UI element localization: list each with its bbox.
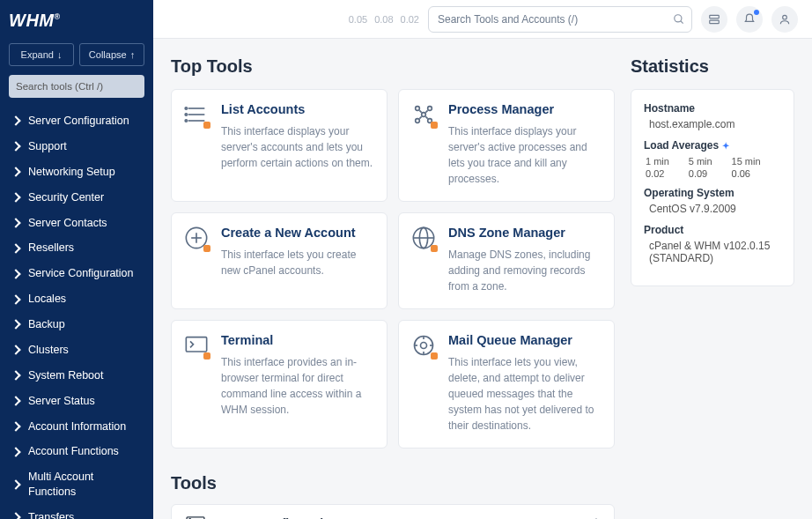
svg-rect-26	[186, 337, 206, 352]
svg-point-14	[428, 119, 432, 123]
tool-card-terminal[interactable]: TerminalThis interface provides an in-br…	[171, 320, 388, 449]
card-title: DNS Zone Manager	[448, 226, 602, 240]
card-icon	[411, 333, 436, 358]
tool-card-process-manager[interactable]: Process ManagerThis interface displays y…	[398, 89, 615, 202]
sidebar-item-locales[interactable]: Locales	[9, 286, 144, 312]
chevron-right-icon	[11, 116, 20, 126]
right-column: Statistics Hostname host.example.com Loa…	[631, 56, 794, 519]
tools-section: Tools Server Configuration WHMBasic WebH…	[171, 473, 615, 519]
sidebar-item-clusters[interactable]: Clusters	[9, 337, 144, 363]
sidebar-item-support[interactable]: Support	[9, 134, 144, 159]
svg-point-0	[675, 14, 682, 21]
card-icon	[184, 102, 209, 127]
sidebar-item-label: Server Status	[28, 394, 95, 409]
os-label: Operating System	[644, 187, 781, 199]
svg-line-17	[425, 110, 427, 112]
server-config-icon	[186, 515, 205, 519]
sidebar-item-label: Server Contacts	[28, 216, 107, 231]
sidebar-search-input[interactable]	[9, 75, 144, 98]
bell-icon[interactable]	[736, 6, 763, 33]
sidebar-item-label: Support	[28, 139, 67, 154]
sidebar-item-system-reboot[interactable]: System Reboot	[9, 363, 144, 389]
sidebar-item-security-center[interactable]: Security Center	[9, 185, 144, 211]
statistics-panel: Hostname host.example.com Load Averages …	[631, 89, 794, 286]
arrow-up-icon: ↑	[130, 49, 136, 60]
tool-card-list-accounts[interactable]: List AccountsThis interface displays you…	[171, 89, 388, 202]
os-value: CentOS v7.9.2009	[644, 203, 781, 215]
card-title: Terminal	[221, 333, 374, 347]
svg-line-1	[681, 20, 683, 23]
sidebar-nav: Server ConfigurationSupportNetworking Se…	[9, 108, 144, 519]
sidebar: WHM® Expand↓ Collapse↑ Server Configurat…	[0, 0, 153, 519]
hostname-label: Hostname	[644, 102, 781, 115]
svg-line-16	[419, 110, 421, 112]
statistics-heading: Statistics	[631, 56, 794, 77]
sidebar-item-backup[interactable]: Backup	[9, 312, 144, 337]
chevron-right-icon	[11, 513, 20, 519]
load-label: Load Averages ✦	[644, 139, 781, 152]
product-value: cPanel & WHM v102.0.15 (STANDARD)	[644, 240, 781, 264]
server-icon[interactable]	[701, 6, 727, 33]
sidebar-item-label: Account Functions	[28, 444, 119, 459]
accordion-header[interactable]: Server Configuration	[172, 505, 614, 519]
svg-point-10	[185, 120, 187, 122]
expand-button[interactable]: Expand↓	[9, 43, 74, 66]
tool-card-dns-zone-manager[interactable]: DNS Zone ManagerManage DNS zones, includ…	[398, 212, 615, 309]
search-input[interactable]	[428, 6, 692, 33]
chevron-right-icon	[11, 243, 20, 253]
card-desc: Manage DNS zones, including adding and r…	[448, 247, 602, 294]
sidebar-item-label: Account Information	[28, 419, 126, 434]
sidebar-item-service-configuration[interactable]: Service Configuration	[9, 261, 144, 286]
chevron-right-icon	[11, 447, 20, 456]
card-title: Create a New Account	[221, 226, 374, 240]
tool-card-create-a-new-account[interactable]: Create a New AccountThis interface lets …	[171, 212, 388, 309]
svg-point-8	[185, 108, 187, 109]
card-icon	[184, 226, 209, 250]
sidebar-item-account-functions[interactable]: Account Functions	[9, 439, 144, 464]
collapse-button[interactable]: Collapse↑	[79, 43, 144, 66]
sidebar-item-label: System Reboot	[28, 368, 103, 383]
user-icon[interactable]	[771, 6, 798, 33]
sidebar-item-label: Multi Account Functions	[28, 470, 143, 500]
content: Top Tools List AccountsThis interface di…	[153, 39, 812, 519]
card-desc: This interface lets you create new cPane…	[221, 247, 374, 278]
svg-line-18	[419, 116, 421, 118]
chevron-right-icon	[11, 218, 20, 227]
sidebar-item-networking-setup[interactable]: Networking Setup	[9, 159, 144, 185]
card-icon	[184, 333, 209, 358]
load-mini: 0.050.080.02	[349, 14, 419, 25]
chevron-right-icon	[11, 479, 20, 489]
topbar: 0.050.080.02	[153, 0, 812, 39]
tool-card-mail-queue-manager[interactable]: Mail Queue ManagerThis interface lets yo…	[398, 320, 615, 449]
svg-point-13	[416, 119, 420, 123]
sidebar-item-transfers[interactable]: Transfers	[9, 505, 144, 519]
sidebar-item-server-status[interactable]: Server Status	[9, 389, 144, 414]
card-icon	[411, 102, 436, 127]
arrow-down-icon: ↓	[57, 49, 63, 60]
svg-point-12	[428, 107, 432, 111]
chevron-right-icon	[11, 320, 20, 330]
card-desc: This interface provides an in-browser te…	[221, 354, 374, 418]
sidebar-item-resellers[interactable]: Resellers	[9, 235, 144, 261]
card-desc: This interface displays your server's ac…	[448, 123, 602, 187]
sidebar-item-label: Backup	[28, 317, 65, 332]
chevron-right-icon	[11, 371, 20, 381]
chevron-right-icon	[11, 345, 20, 355]
sidebar-item-label: Security Center	[28, 190, 104, 205]
tools-accordion: Server Configuration WHMBasic WebHost Ma…	[171, 504, 615, 519]
search-icon	[673, 13, 685, 26]
svg-rect-2	[710, 15, 720, 19]
svg-point-4	[783, 15, 787, 19]
sidebar-item-server-configuration[interactable]: Server Configuration	[9, 108, 144, 134]
sidebar-item-account-information[interactable]: Account Information	[9, 414, 144, 440]
card-icon	[411, 226, 436, 250]
chevron-right-icon	[11, 167, 20, 177]
svg-point-9	[185, 114, 187, 115]
svg-point-15	[422, 113, 426, 117]
hostname-value: host.example.com	[644, 118, 781, 130]
sidebar-item-label: Locales	[28, 292, 66, 307]
chevron-right-icon	[11, 269, 20, 278]
sidebar-item-multi-account-functions[interactable]: Multi Account Functions	[9, 464, 144, 505]
sidebar-item-server-contacts[interactable]: Server Contacts	[9, 211, 144, 236]
left-column: Top Tools List AccountsThis interface di…	[171, 56, 615, 519]
